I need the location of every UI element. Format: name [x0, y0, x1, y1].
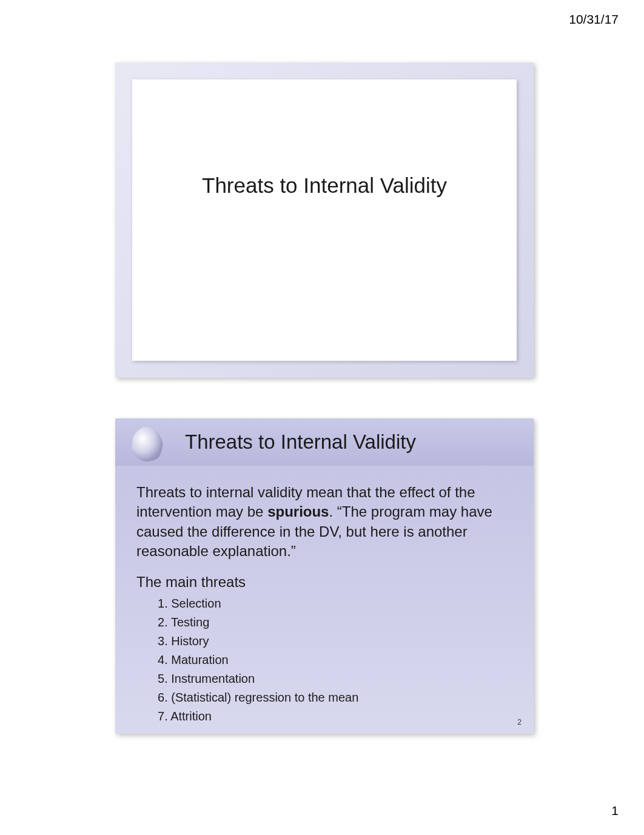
paragraph-bold: spurious: [267, 503, 329, 520]
slide-2-subhead: The main threats: [136, 574, 512, 591]
slide-2-body: Threats to internal validity mean that t…: [115, 466, 534, 734]
page-date: 10/31/17: [569, 12, 619, 27]
list-item: Instrumentation: [158, 669, 512, 688]
slide-2-number: 2: [517, 718, 522, 726]
page-number: 1: [611, 803, 619, 818]
slide-2-title: Threats to Internal Validity: [185, 431, 416, 454]
slide-2-header: Threats to Internal Validity: [115, 418, 534, 466]
list-item: Maturation: [158, 651, 512, 669]
slide-1-inner: Threats to Internal Validity: [132, 79, 517, 361]
slide-1: Threats to Internal Validity: [115, 62, 534, 378]
slide-1-title: Threats to Internal Validity: [159, 173, 489, 198]
list-item: Testing: [158, 613, 512, 632]
list-item: Attrition: [158, 707, 512, 726]
list-item: (Statistical) regression to the mean: [158, 688, 512, 707]
list-item: Selection: [158, 594, 512, 613]
slide-2: Threats to Internal Validity Threats to …: [115, 418, 534, 734]
threat-list: Selection Testing History Maturation Ins…: [136, 594, 512, 726]
decorative-shape-icon: [126, 422, 170, 466]
slide-2-paragraph: Threats to internal validity mean that t…: [136, 483, 512, 562]
list-item: History: [158, 632, 512, 651]
